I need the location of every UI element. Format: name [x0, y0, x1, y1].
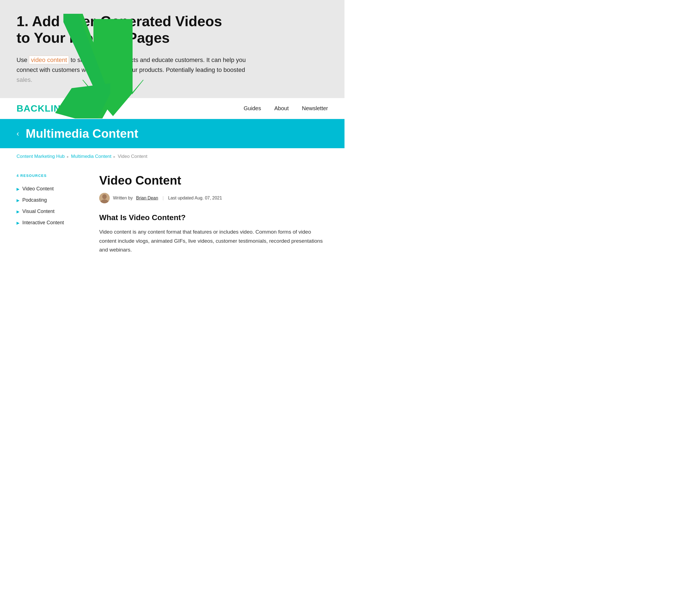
- article-body: Use video content to show off your produ…: [17, 55, 254, 85]
- breadcrumb-multimedia[interactable]: Multimedia Content: [71, 154, 111, 159]
- sidebar-label-2: Podcasting: [22, 197, 47, 203]
- sidebar: 4 RESOURCES ▶ Video Content ▶ Podcasting…: [17, 165, 83, 275]
- author-avatar: [99, 193, 110, 203]
- highlight-link[interactable]: video content: [29, 56, 69, 64]
- nav-about[interactable]: About: [274, 105, 288, 111]
- written-by-label: Written by: [113, 196, 133, 201]
- top-content-section: 1. Add User-Generated Videos to Your Pro…: [0, 0, 344, 98]
- sidebar-arrow-icon-1: ▶: [17, 187, 20, 191]
- sidebar-arrow-icon-2: ▶: [17, 198, 20, 202]
- sidebar-label-3: Visual Content: [22, 208, 55, 214]
- sidebar-label-4: Interactive Content: [22, 220, 64, 226]
- sidebar-arrow-icon-4: ▶: [17, 221, 20, 225]
- breadcrumb-sep-2: ▸: [113, 155, 115, 159]
- sidebar-item-interactive-content[interactable]: ▶ Interactive Content: [17, 217, 83, 228]
- article-main: Video Content Written by Brian Dean | La…: [99, 165, 328, 275]
- logo-o: [68, 106, 76, 113]
- sidebar-list: ▶ Video Content ▶ Podcasting ▶ Visual Co…: [17, 183, 83, 228]
- section-title: What Is Video Content?: [99, 213, 328, 222]
- breadcrumb-current: Video Content: [118, 154, 147, 159]
- sidebar-label-1: Video Content: [22, 186, 54, 192]
- sidebar-item-podcasting[interactable]: ▶ Podcasting: [17, 195, 83, 206]
- author-link[interactable]: Brian Dean: [136, 196, 158, 201]
- breadcrumb-sep-1: ▸: [67, 155, 69, 159]
- breadcrumb: Content Marketing Hub ▸ Multimedia Conte…: [0, 148, 344, 165]
- nav-newsletter[interactable]: Newsletter: [302, 105, 328, 111]
- chapter-banner: ‹ Multimedia Content: [0, 119, 344, 148]
- logo[interactable]: BACKLINK: [17, 103, 76, 114]
- logo-text: BACKLINK: [17, 103, 68, 113]
- breadcrumb-hub[interactable]: Content Marketing Hub: [17, 154, 65, 159]
- last-updated: Last updated Aug. 07, 2021: [168, 196, 222, 201]
- chapter-back-link[interactable]: ‹: [17, 129, 19, 138]
- main-layout: 4 RESOURCES ▶ Video Content ▶ Podcasting…: [0, 165, 344, 275]
- divider: |: [163, 196, 164, 201]
- svg-point-3: [102, 194, 107, 199]
- article-title: Video Content: [99, 174, 328, 187]
- chapter-title: Multimedia Content: [26, 127, 138, 140]
- sidebar-arrow-icon-3: ▶: [17, 210, 20, 214]
- article-heading: 1. Add User-Generated Videos to Your Pro…: [17, 13, 237, 46]
- sidebar-resources-label: 4 RESOURCES: [17, 174, 83, 178]
- article-body-text: Video content is any content format that…: [99, 227, 328, 254]
- author-line: Written by Brian Dean | Last updated Aug…: [99, 193, 328, 203]
- navbar: BACKLINK Guides About Newsletter: [0, 98, 344, 119]
- sidebar-item-visual-content[interactable]: ▶ Visual Content: [17, 206, 83, 217]
- sidebar-item-video-content[interactable]: ▶ Video Content: [17, 183, 83, 195]
- nav-links: Guides About Newsletter: [244, 105, 328, 112]
- nav-guides[interactable]: Guides: [244, 105, 261, 111]
